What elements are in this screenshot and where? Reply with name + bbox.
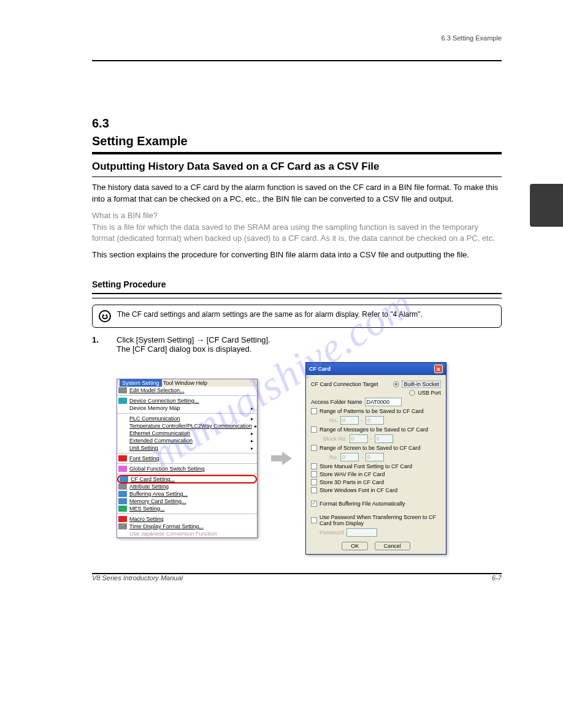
mes-icon [118,506,127,512]
chk-manualfont[interactable] [311,463,317,469]
chk-wav[interactable] [311,471,317,477]
note-body: This is a file for which the data saved … [92,222,495,243]
menu-bar-item-system[interactable]: System Setting [120,379,162,387]
chk-patterns[interactable] [311,408,317,414]
header-right: 6.3 Setting Example [442,34,502,42]
step-text-1: Click [System Setting] → [CF Card Settin… [117,335,502,344]
attribute-icon [118,483,127,490]
menu-bar: System Setting Tool Window Help [117,379,257,387]
chk-screen-label: Range of Screen to be Saved to CF Card [320,445,421,451]
menu-item[interactable]: Time Display Format Setting... [117,523,257,530]
chk-format-label: Format Buffering File Automatically [320,501,405,507]
chk-patterns-label: Range of Patterns to be Saved to CF Card [320,408,424,414]
messages-to[interactable] [375,434,393,443]
buffer-icon [118,491,127,497]
menu-bar-item-tool[interactable]: Tool [163,380,174,386]
chk-winfont-label: Store Windows Font in CF Card [320,487,397,493]
patterns-to[interactable] [366,416,384,425]
patterns-from[interactable] [340,416,359,425]
cf-card-dialog: CF Card ✕ CF Card Connection Target Buil… [305,362,446,555]
menu-item-cfcard-highlighted[interactable]: CF Card Setting... [117,475,257,483]
section-title: Setting Example [92,134,502,148]
tip-text: The CF card settings and alarm settings … [117,310,423,319]
macro-icon [118,516,127,522]
connection-icon [118,398,127,404]
menu-item[interactable]: Macro Setting [117,515,257,523]
section-rule [92,152,502,154]
paragraph-2: This section explains the procedure for … [92,249,502,261]
radio-label-builtin: Built-in Socket [402,381,441,388]
subhead-rule-top [92,293,502,294]
menu-item[interactable]: Font Setting [117,455,257,462]
menu-item[interactable]: Temperature Controller/PLC2Way Communica… [117,422,257,430]
clock-icon [118,523,127,529]
menu-item[interactable]: Device Memory Map▸ [117,404,257,412]
chk-messages[interactable] [311,427,317,433]
chk-password[interactable] [311,517,317,523]
access-folder-label: Access Folder Name [311,399,362,405]
menu-item[interactable]: Attribute Setting [117,483,257,490]
menu-item[interactable]: Buffering Area Setting... [117,490,257,498]
square-icon [118,387,127,393]
menu-screenshot: System Setting Tool Window Help Edit Mod… [117,379,258,538]
subsection-title-1: Outputting History Data Saved on a CF Ca… [92,161,502,173]
chk-manualfont-label: Store Manual Font Setting to CF Card [320,463,412,469]
paragraph-1: The history data saved to a CF card by t… [92,182,502,205]
tip-callout: The CF card settings and alarm settings … [92,305,502,328]
messages-from[interactable] [350,434,368,443]
chk-winfont[interactable] [311,487,317,493]
screen-from[interactable] [340,453,359,461]
ok-button[interactable]: OK [342,542,368,550]
screen-to[interactable] [366,453,384,461]
menu-item[interactable]: Extended Communication▸ [117,437,257,444]
menu-bar-item-window[interactable]: Window [175,380,194,386]
chk-3dparts[interactable] [311,479,317,485]
menu-bar-item-help[interactable]: Help [196,380,207,386]
footer-right: 6-7 [492,574,502,582]
menu-item[interactable]: Global Function Switch Setting [117,465,257,472]
step-text-2: The [CF Card] dialog box is displayed. [117,344,502,354]
menu-item[interactable]: PLC Communication▸ [117,415,257,422]
chevron-right-icon: ▸ [251,406,253,411]
font-icon [118,455,127,461]
subsection-rule-1 [92,176,502,177]
access-folder-input[interactable] [365,398,402,406]
side-tab [530,184,563,227]
radio-usb-port[interactable] [409,390,415,396]
menu-item[interactable]: MES Setting... [117,505,257,512]
step-number: 1. [92,335,108,344]
radio-label-usb: USB Port [418,390,441,396]
footer-left: V8 Series Introductory Manual [92,574,183,582]
subhead-setting-procedure: Setting Procedure [92,279,502,289]
menu-item[interactable]: Ethernet Communication▸ [117,430,257,437]
close-icon[interactable]: ✕ [434,365,443,373]
dialog-titlebar[interactable]: CF Card ✕ [306,363,446,375]
menu-item-disabled: Use Japanese Conversion Function [117,530,257,537]
memorycard-icon [118,498,127,504]
section-number: 6.3 [92,116,109,130]
smiley-icon [99,310,111,322]
chk-wav-label: Store WAV File in CF Card [320,471,385,477]
password-label: Password [320,529,344,536]
chk-format-buffering[interactable] [311,501,317,507]
menu-item[interactable]: Memory Card Setting... [117,498,257,505]
chk-messages-label: Range of Messages to be Saved to CF Card [320,427,428,433]
cancel-button[interactable]: Cancel [375,542,410,550]
subhead-rule-bottom [92,298,502,298]
chk-3dparts-label: Store 3D Parts in CF Card [320,479,384,485]
conn-target-label: CF Card Connection Target [311,381,378,387]
password-input[interactable] [347,528,377,537]
note-title: What is a BIN file? [92,211,158,220]
cfcard-icon [120,476,128,482]
chk-password-label: Use Password When Transferring Screen to… [320,514,441,526]
arrow-right-icon [271,452,292,465]
menu-item[interactable]: Device Connection Setting... [117,397,257,404]
menu-item[interactable]: Edit Model Selection... [117,387,257,394]
chk-screen[interactable] [311,445,317,451]
menu-item[interactable]: Unit Setting▸ [117,444,257,452]
dialog-title: CF Card [309,366,331,372]
switch-icon [118,466,127,472]
radio-builtin-socket[interactable] [393,381,399,387]
